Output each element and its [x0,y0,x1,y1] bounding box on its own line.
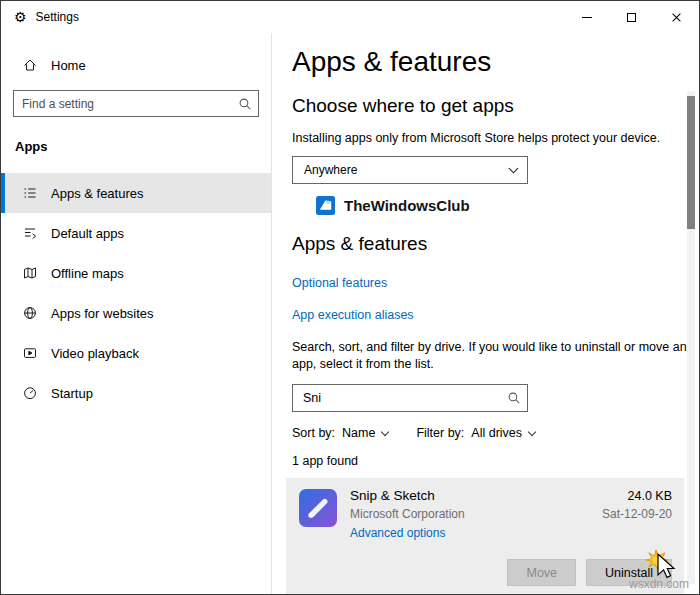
sidebar-item-startup[interactable]: Startup [1,373,271,413]
offline-maps-icon [22,265,38,281]
thewindowsclub-logo-text: TheWindowsClub [344,197,470,214]
thewindowsclub-logo: TheWindowsClub [316,196,699,215]
chevron-down-icon [509,163,519,173]
sort-by-label: Sort by: [292,426,335,440]
sidebar-item-apps-features[interactable]: Apps & features [1,173,271,213]
chevron-down-icon [528,427,536,435]
close-icon [671,12,682,23]
window-title: Settings [36,10,79,24]
filter-by-dropdown[interactable]: Filter by: All drives [416,426,535,440]
maximize-icon [627,13,636,22]
maximize-button[interactable] [609,1,654,33]
app-card-top: Snip & Sketch Microsoft Corporation Adva… [298,488,672,541]
sidebar-item-default-apps[interactable]: Default apps [1,213,271,253]
app-name: Snip & Sketch [350,488,602,504]
app-execution-aliases-link[interactable]: App execution aliases [292,307,414,323]
sidebar-item-label: Default apps [51,226,124,241]
thewindowsclub-logo-icon [316,196,335,215]
main-content: Apps & features Choose where to get apps… [271,33,699,594]
titlebar: ⚙ Settings [1,1,699,33]
page-title: Apps & features [292,47,699,77]
watermark: wsxdn.com [629,577,689,591]
sidebar-home-label: Home [51,58,86,73]
sidebar-item-home[interactable]: Home [1,49,271,81]
app-source-dropdown-value: Anywhere [304,163,357,177]
sort-by-value: Name [342,426,375,440]
app-install-date: Sat-12-09-20 [602,507,672,521]
scrollbar-thumb[interactable] [687,96,695,229]
sidebar-item-label: Offline maps [51,266,124,281]
sort-by-dropdown[interactable]: Sort by: Name [292,426,388,440]
app-source-dropdown[interactable]: Anywhere [292,156,528,184]
advanced-options-link[interactable]: Advanced options [350,526,445,540]
sidebar-item-offline-maps[interactable]: Offline maps [1,253,271,293]
sidebar-item-label: Apps & features [51,186,144,201]
apps-search-icon[interactable] [501,385,527,411]
choose-description: Installing apps only from Microsoft Stor… [292,130,699,146]
apps-for-websites-icon [22,305,38,321]
sidebar: Home Apps Apps & features [1,33,271,594]
apps-search-input[interactable] [293,391,501,405]
sidebar-item-label: Startup [51,386,93,401]
settings-gear-icon: ⚙ [14,10,27,24]
apps-features-icon [22,185,38,201]
search-description: Search, sort, and filter by drive. If yo… [292,339,694,373]
app-info: Snip & Sketch Microsoft Corporation Adva… [350,488,602,541]
close-button[interactable] [654,1,699,33]
home-icon [22,57,38,73]
optional-features-link[interactable]: Optional features [292,275,387,291]
video-playback-icon [22,345,38,361]
app-card-buttons: Move Uninstall [298,559,672,586]
chevron-down-icon [381,427,389,435]
choose-heading: Choose where to get apps [292,95,699,117]
apps-search-box [292,384,528,412]
titlebar-left: ⚙ Settings [1,1,79,33]
search-icon[interactable] [232,91,258,116]
sidebar-search-input[interactable] [14,97,232,111]
minimize-button[interactable] [564,1,609,33]
sidebar-search-box [13,90,259,117]
sidebar-item-label: Video playback [51,346,139,361]
sidebar-item-video-playback[interactable]: Video playback [1,333,271,373]
apps-features-section-heading: Apps & features [292,233,699,255]
app-publisher: Microsoft Corporation [350,507,602,522]
vertical-scrollbar[interactable] [687,91,695,584]
window-controls [564,1,699,33]
app-meta: 24.0 KB Sat-12-09-20 [602,488,672,521]
sidebar-nav: Apps & features Default apps Offline map… [1,173,271,413]
default-apps-icon [22,225,38,241]
move-button[interactable]: Move [507,559,576,586]
snip-sketch-app-icon [298,488,338,528]
app-list-item-snip-sketch[interactable]: Snip & Sketch Microsoft Corporation Adva… [286,478,684,594]
minimize-icon [582,17,592,18]
filter-by-label: Filter by: [416,426,464,440]
sidebar-item-apps-for-websites[interactable]: Apps for websites [1,293,271,333]
app-body: Home Apps Apps & features [1,33,699,594]
results-count: 1 app found [292,454,699,468]
sidebar-item-label: Apps for websites [51,306,154,321]
filter-by-value: All drives [471,426,522,440]
app-size: 24.0 KB [602,488,672,504]
settings-window: ⚙ Settings Home [0,0,700,595]
startup-icon [22,385,38,401]
sort-filter-row: Sort by: Name Filter by: All drives [292,426,699,440]
sidebar-section-label: Apps [15,139,271,154]
